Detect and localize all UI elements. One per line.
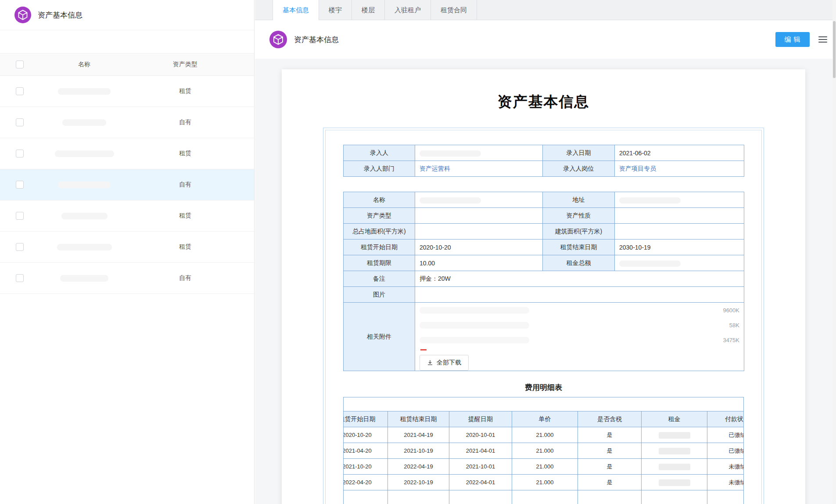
redacted-value xyxy=(420,197,481,204)
detail-logo-icon xyxy=(269,31,287,48)
column-header-type: 资产类型 xyxy=(137,61,233,68)
fee-cell: 已缴纳 xyxy=(707,443,744,459)
fee-column-header: 租赁结束日期 xyxy=(388,411,449,427)
row-checkbox[interactable] xyxy=(16,150,24,157)
table-row: 图片 xyxy=(344,287,744,303)
entry-rows: 录入人录入日期2021-06-02录入人部门资产运营科录入人岗位资产项目专员 xyxy=(344,145,744,177)
fee-row xyxy=(343,490,744,504)
field-value: 资产项目专员 xyxy=(615,161,744,177)
asset-type-cell: 自有 xyxy=(137,181,233,189)
field-value: 2020-10-20 xyxy=(415,239,543,255)
fee-cell: 2022-04-01 xyxy=(449,475,512,490)
edit-button[interactable]: 编 辑 xyxy=(775,32,810,47)
field-value xyxy=(615,208,744,224)
redacted-value xyxy=(420,150,481,157)
download-all-label: 全部下载 xyxy=(437,359,461,367)
fee-cell: 2022-04-20 xyxy=(343,475,388,490)
row-checkbox[interactable] xyxy=(16,118,24,126)
fee-cell xyxy=(388,490,449,504)
fee-cell xyxy=(642,475,707,490)
scrollbar-thumb[interactable] xyxy=(833,21,836,78)
list-item[interactable]: 自有 xyxy=(0,263,254,294)
fee-column-header: 租赁开始日期 xyxy=(343,411,388,427)
field-label: 资产类型 xyxy=(344,208,415,224)
table-row: 相关附件 9600K58K3475K xyxy=(344,303,744,371)
field-label: 录入人岗位 xyxy=(543,161,615,177)
fee-table-title: 费用明细表 xyxy=(343,382,744,393)
tab-楼层[interactable]: 楼层 xyxy=(352,0,385,20)
field-label: 录入人部门 xyxy=(344,161,415,177)
redacted-name xyxy=(57,244,112,250)
fee-cell xyxy=(343,490,388,504)
list-item[interactable]: 自有 xyxy=(0,107,254,138)
attachment-label: 相关附件 xyxy=(344,303,415,371)
attachment-row[interactable]: 58K xyxy=(420,318,739,332)
fee-cell: 2020-10-01 xyxy=(449,427,512,443)
field-link[interactable]: 资产项目专员 xyxy=(619,165,656,172)
document-title: 资产基本信息 xyxy=(282,92,805,112)
list-table-header: 名称 资产类型 xyxy=(0,54,254,76)
row-checkbox[interactable] xyxy=(16,274,24,282)
field-value xyxy=(415,192,543,208)
table-row: 录入人录入日期2021-06-02 xyxy=(344,145,744,161)
column-header-name: 名称 xyxy=(32,61,137,68)
asset-type-cell: 租赁 xyxy=(137,212,233,220)
fee-cell: 2021-10-19 xyxy=(388,443,449,459)
field-value: 10.00 xyxy=(415,255,543,271)
select-all-checkbox[interactable] xyxy=(16,61,24,68)
download-all-button[interactable]: 全部下载 xyxy=(420,355,469,371)
attachment-row[interactable]: 3475K xyxy=(420,332,739,347)
field-label: 建筑面积(平方米) xyxy=(543,224,615,239)
fee-cell xyxy=(642,443,707,459)
fee-cell xyxy=(642,427,707,443)
tab-楼宇[interactable]: 楼宇 xyxy=(319,0,352,20)
fee-row: 2020-10-202021-04-192020-10-0121.000是已缴纳 xyxy=(343,427,744,443)
asset-type-cell: 租赁 xyxy=(137,243,233,251)
list-title: 资产基本信息 xyxy=(38,10,83,20)
field-value: 2021-06-02 xyxy=(615,145,744,161)
list-item[interactable]: 租赁 xyxy=(0,200,254,232)
table-row: 录入人部门资产运营科录入人岗位资产项目专员 xyxy=(344,161,744,177)
redacted-rent xyxy=(659,479,690,486)
row-checkbox[interactable] xyxy=(16,212,24,220)
fee-body: 租赁开始日期租赁结束日期提醒日期单价是否含税租金付款状态2020-10-2020… xyxy=(343,411,744,504)
row-checkbox[interactable] xyxy=(16,243,24,251)
fee-cell: 21.000 xyxy=(512,475,578,490)
row-checkbox[interactable] xyxy=(16,181,24,189)
select-all-cell xyxy=(0,61,32,68)
list-item[interactable]: 租赁 xyxy=(0,138,254,169)
field-label: 总占地面积(平方米) xyxy=(344,224,415,239)
fee-row: 2021-10-202022-04-192021-10-0121.000是未缴纳 xyxy=(343,459,744,475)
fee-cell: 21.000 xyxy=(512,443,578,459)
scrollbar[interactable] xyxy=(832,0,836,504)
tab-租赁合同[interactable]: 租赁合同 xyxy=(431,0,477,20)
fee-column-header: 单价 xyxy=(512,411,578,427)
fee-filter-cell xyxy=(343,397,744,411)
fee-cell xyxy=(578,490,642,504)
fee-header-row: 租赁开始日期租赁结束日期提醒日期单价是否含税租金付款状态 xyxy=(343,411,744,427)
redacted-name xyxy=(61,213,108,219)
tab-基本信息[interactable]: 基本信息 xyxy=(273,0,319,20)
fee-row: 2022-04-202022-10-192022-04-0121.000是未缴纳 xyxy=(343,475,744,490)
redacted-rent xyxy=(659,432,690,439)
tab-入驻租户[interactable]: 入驻租户 xyxy=(385,0,431,20)
list-icon[interactable] xyxy=(818,36,827,43)
field-link[interactable]: 资产运营科 xyxy=(420,165,450,172)
fee-column-header: 付款状态 xyxy=(707,411,744,427)
tab-bar: 基本信息楼宇楼层入驻租户租赁合同 xyxy=(255,0,836,20)
list-item[interactable]: 租赁 xyxy=(0,232,254,263)
redacted-name xyxy=(62,119,106,126)
table-row: 租赁开始日期2020-10-20租赁结束日期2030-10-19 xyxy=(344,239,744,255)
fee-row: 2021-04-202021-10-192021-04-0121.000是已缴纳 xyxy=(343,443,744,459)
list-item[interactable]: 自有 xyxy=(0,169,254,200)
field-label: 地址 xyxy=(543,192,615,208)
row-checkbox[interactable] xyxy=(16,87,24,95)
asset-type-cell: 自有 xyxy=(137,118,233,126)
asset-type-cell: 租赁 xyxy=(137,150,233,157)
list-item[interactable]: 租赁 xyxy=(0,76,254,107)
field-value: 2030-10-19 xyxy=(615,239,744,255)
attachment-row[interactable]: 9600K xyxy=(420,303,739,318)
field-value xyxy=(415,208,543,224)
attachment-size: 58K xyxy=(729,322,739,329)
asset-type-cell: 租赁 xyxy=(137,87,233,95)
